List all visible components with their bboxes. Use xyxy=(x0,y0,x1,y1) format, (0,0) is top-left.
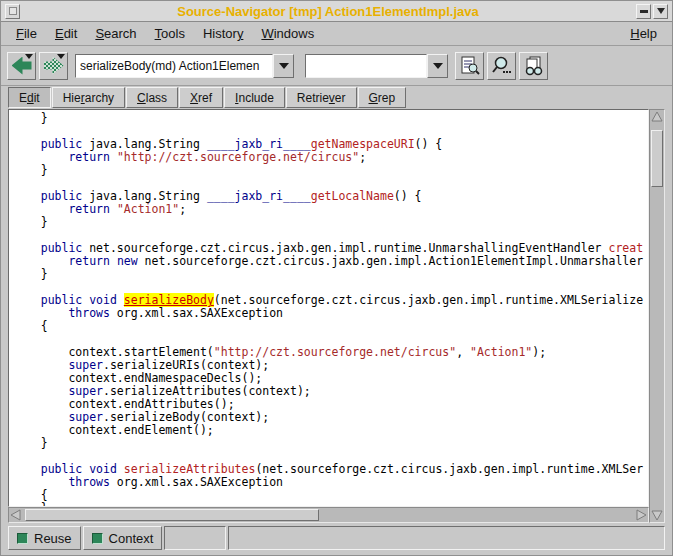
toggle-label: Context xyxy=(109,531,154,546)
code-segment: "Action1" xyxy=(117,202,179,216)
scroll-up-button[interactable] xyxy=(650,110,664,124)
code-segment: } xyxy=(13,111,48,125)
code-line: { xyxy=(13,320,648,333)
tab-include[interactable]: Include xyxy=(224,87,285,108)
code-segment: public xyxy=(41,189,83,203)
toolbar: serializeBody(md) Action1Elemen xyxy=(1,46,672,86)
code-segment xyxy=(117,462,124,476)
menu-windows[interactable]: Windows xyxy=(252,23,323,44)
symbol-combobox-field[interactable]: serializeBody(md) Action1Elemen xyxy=(75,54,273,78)
toggle-context[interactable]: Context xyxy=(83,526,163,550)
code-segment: getLocalName xyxy=(311,189,394,203)
menu-search[interactable]: Search xyxy=(86,23,145,44)
symbol-combobox-dropdown-button[interactable] xyxy=(273,54,294,78)
code-segment: } xyxy=(13,163,48,177)
highlighted-token: serializeBody xyxy=(124,293,214,307)
search-icon xyxy=(491,55,513,77)
code-segment: public xyxy=(41,137,83,151)
code-line: } xyxy=(13,437,648,450)
code-segment: context.startElement( xyxy=(13,345,214,359)
code-segment: super xyxy=(68,384,103,398)
horizontal-scrollbar-thumb[interactable] xyxy=(25,509,319,521)
vertical-scrollbar[interactable] xyxy=(649,109,665,523)
symbol-browser-icon xyxy=(459,55,481,77)
scroll-up-icon xyxy=(651,111,663,123)
view-tabbar: EditHierarchyClassXrefIncludeRetrieverGr… xyxy=(1,86,672,108)
tab-xref[interactable]: Xref xyxy=(179,87,223,108)
code-segment: public xyxy=(41,241,83,255)
tab-grep[interactable]: Grep xyxy=(358,87,407,108)
code-line: context.endElement(); xyxy=(13,424,648,437)
horizontal-scrollbar[interactable] xyxy=(8,507,649,523)
search-combobox xyxy=(305,54,448,78)
statusbar-toggles: ReuseContext xyxy=(8,526,162,550)
maximize-button[interactable] xyxy=(653,4,668,19)
minimize-button[interactable] xyxy=(636,4,651,19)
code-segment: return xyxy=(68,150,110,164)
code-segment: } xyxy=(13,215,48,229)
vertical-scrollbar-thumb[interactable] xyxy=(651,130,663,187)
code-segment: ); xyxy=(532,345,546,359)
toggle-indicator-icon xyxy=(92,533,103,544)
scroll-left-icon xyxy=(10,509,22,521)
scroll-left-button[interactable] xyxy=(9,508,23,522)
code-segment: context.endElement(); xyxy=(13,423,214,437)
symbol-browser-button[interactable] xyxy=(455,52,484,80)
back-history-dropdown-icon xyxy=(25,54,33,59)
menu-history[interactable]: History xyxy=(194,23,252,44)
window-menu-icon xyxy=(9,7,17,15)
scroll-right-button[interactable] xyxy=(634,508,648,522)
code-line: } xyxy=(13,216,648,229)
code-segment: .serializeURIs(context); xyxy=(103,358,269,372)
forward-button[interactable] xyxy=(39,52,68,80)
tab-hierarchy[interactable]: Hierarchy xyxy=(52,87,125,108)
tab-class[interactable]: Class xyxy=(126,87,178,108)
code-segment xyxy=(13,189,41,203)
menu-file[interactable]: File xyxy=(7,23,46,44)
code-segment xyxy=(13,384,68,398)
forward-history-dropdown-icon xyxy=(57,54,65,59)
code-segment: context.endAttributes(); xyxy=(13,397,235,411)
statusbar-panel-message xyxy=(228,526,665,550)
chevron-down-icon xyxy=(433,63,443,69)
menu-help[interactable]: Help xyxy=(621,23,666,44)
code-segment: org.xml.sax.SAXException xyxy=(110,475,283,489)
code-segment: ; xyxy=(359,150,366,164)
code-segment xyxy=(13,306,68,320)
statusbar-panel-left xyxy=(164,526,226,550)
menu-edit[interactable]: Edit xyxy=(46,23,86,44)
code-segment: context.endNamespaceDecls(); xyxy=(13,371,262,385)
menu-tools[interactable]: Tools xyxy=(146,23,194,44)
scroll-down-button[interactable] xyxy=(650,508,664,522)
code-segment: } xyxy=(13,267,48,281)
scroll-down-icon xyxy=(651,509,663,521)
window-menu-button[interactable] xyxy=(5,4,20,19)
menubar: FileEditSearchToolsHistoryWindows Help xyxy=(1,22,672,46)
scroll-right-icon xyxy=(635,509,647,521)
search-dialog-button[interactable] xyxy=(487,52,516,80)
code-segment: super xyxy=(68,410,103,424)
code-segment: , xyxy=(456,345,470,359)
search-combobox-dropdown-button[interactable] xyxy=(427,54,448,78)
toggle-reuse[interactable]: Reuse xyxy=(8,526,81,550)
chevron-down-icon xyxy=(279,63,289,69)
tab-edit[interactable]: Edit xyxy=(8,87,51,108)
back-arrow-icon xyxy=(12,57,32,75)
toggle-indicator-icon xyxy=(17,533,28,544)
back-button[interactable] xyxy=(7,52,36,80)
window-title: Source-Navigator [tmp] Action1ElementImp… xyxy=(21,4,635,19)
code-segment: { xyxy=(13,319,48,333)
code-segment xyxy=(13,137,41,151)
code-segment xyxy=(13,254,68,268)
code-segment: getNamespaceURI xyxy=(311,137,415,151)
grep-button[interactable] xyxy=(519,52,548,80)
search-combobox-field[interactable] xyxy=(305,54,427,78)
code-segment: ____jaxb_ri____ xyxy=(207,137,311,151)
code-segment: java.lang.String xyxy=(82,137,207,151)
code-segment xyxy=(13,293,41,307)
code-segment: (net.sourceforge.czt.circus.jaxb.gen.imp… xyxy=(255,462,643,476)
code-editor[interactable]: } public java.lang.String ____jaxb_ri___… xyxy=(8,109,649,507)
titlebar[interactable]: Source-Navigator [tmp] Action1ElementImp… xyxy=(1,1,672,22)
code-segment: .serializeBody(context); xyxy=(103,410,269,424)
tab-retriever[interactable]: Retriever xyxy=(286,87,357,108)
